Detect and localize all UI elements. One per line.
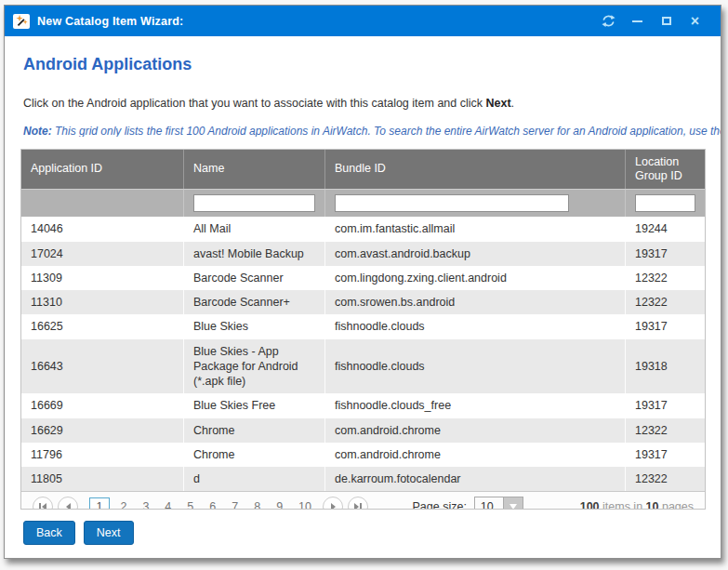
page-size-label: Page size: [412,500,466,510]
page-size-value: 10 [475,497,503,510]
summary-end: pages [658,500,694,510]
pager-pages: 12345678910 [86,497,319,510]
table-cell: 12322 [626,290,705,314]
table-cell: 12322 [626,266,705,290]
page-title: Android Applications [23,55,702,74]
table-row[interactable]: 11309Barcode Scannercom.lingdong.zxing.c… [21,266,705,290]
chevron-down-icon[interactable] [503,497,523,510]
table-cell: 14046 [21,217,184,241]
wizard-dialog: New Catalog Item Wizard: × Android Appli… [4,5,721,559]
refresh-icon[interactable] [594,9,623,33]
page-number-6[interactable]: 6 [204,498,221,510]
page-number-8[interactable]: 8 [248,498,266,510]
table-cell: com.avast.android.backup [325,242,626,266]
page-number-5[interactable]: 5 [181,498,199,510]
grid-body: 14046All Mailcom.im.fantastic.allmail192… [21,217,705,491]
table-cell: Barcode Scanner+ [184,290,325,314]
last-page-button[interactable] [348,497,368,510]
table-row[interactable]: 11796Chromecom.android.chrome19317 [21,443,705,467]
grid-header-row: Application ID Name Bundle ID Location G… [21,150,705,189]
table-cell: Chrome [184,443,325,467]
grid-filter-row [21,189,705,217]
table-cell: All Mail [184,217,325,241]
page-size-control: Page size: 10 [412,497,523,510]
table-row[interactable]: 16629Chromecom.android.chrome12322 [21,418,705,443]
table-cell: d [184,467,325,491]
table-cell: 19317 [626,393,705,418]
table-cell: 17024 [21,242,184,266]
table-cell: 16643 [21,339,184,394]
table-row[interactable]: 11805dde.karroum.fotocalendar12322 [21,467,705,491]
wizard-footer: Back Next [23,521,706,545]
table-cell: Chrome [184,418,325,443]
table-cell: fishnoodle.clouds [325,314,626,338]
table-row[interactable]: 11310Barcode Scanner+com.srowen.bs.andro… [21,290,705,314]
page-number-10[interactable]: 10 [293,498,317,510]
table-cell: 19317 [626,314,705,338]
next-page-button[interactable] [323,497,343,510]
table-cell: fishnoodle.clouds [325,339,626,394]
table-cell: 19317 [626,242,705,266]
note-label: Note: [23,125,52,137]
table-row[interactable]: 16625Blue Skiesfishnoodle.clouds19317 [21,314,705,338]
table-row[interactable]: 14046All Mailcom.im.fantastic.allmail192… [21,217,705,241]
back-button[interactable]: Back [23,521,75,545]
table-cell: com.android.chrome [325,418,626,443]
table-cell: 12322 [626,467,705,491]
note-text: Note: This grid only lists the first 100… [23,125,721,137]
table-cell: Blue Skies Free [184,393,325,418]
column-header-application-id[interactable]: Application ID [21,150,184,189]
page-number-9[interactable]: 9 [271,498,288,510]
summary-mid: items in [600,500,646,510]
table-cell: 19244 [626,217,705,241]
close-icon[interactable]: × [681,9,709,33]
pager-summary: 100 items in 10 pages [580,500,694,510]
table-cell: Barcode Scanner [184,266,325,290]
dialog-body: Android Applications Click on the Androi… [5,36,721,558]
note-body: This grid only lists the first 100 Andro… [52,125,721,137]
page-number-1[interactable]: 1 [89,497,111,510]
table-cell: 16629 [21,418,184,443]
table-cell: fishnoodle.clouds_free [325,393,626,418]
filter-cell-application-id [21,189,184,217]
bundle-id-filter-input[interactable] [335,194,569,212]
table-cell: 11310 [21,290,184,314]
previous-page-button[interactable] [58,497,78,510]
table-cell: com.android.chrome [325,443,626,467]
table-row[interactable]: 16643Blue Skies - App Package for Androi… [21,339,705,394]
page-number-7[interactable]: 7 [226,498,244,510]
table-cell: 19318 [626,339,705,394]
filter-cell-name [184,189,325,217]
page-number-3[interactable]: 3 [137,498,154,510]
filter-cell-location-group-id [626,189,705,217]
next-button[interactable]: Next [84,521,134,545]
table-cell: com.im.fantastic.allmail [325,217,626,241]
minimize-icon[interactable] [623,9,652,33]
table-cell: 11805 [21,467,184,491]
table-cell: com.srowen.bs.android [325,290,626,314]
column-header-location-group-id[interactable]: Location Group ID [626,150,705,189]
table-cell: avast! Mobile Backup [184,242,325,266]
filter-cell-bundle-id [325,189,626,217]
page-size-dropdown[interactable]: 10 [474,497,523,510]
table-cell: com.lingdong.zxing.client.android [325,266,626,290]
location-group-id-filter-input[interactable] [635,194,695,212]
table-cell: Blue Skies [184,314,325,338]
table-cell: 16625 [21,314,184,338]
titlebar: New Catalog Item Wizard: × [5,6,721,36]
first-page-button[interactable] [33,497,53,510]
page-number-2[interactable]: 2 [114,498,132,510]
table-row[interactable]: 16669Blue Skies Freefishnoodle.clouds_fr… [21,393,705,418]
column-header-bundle-id[interactable]: Bundle ID [325,150,626,189]
table-cell: 11796 [21,443,184,467]
page-number-4[interactable]: 4 [159,498,177,510]
pages-count: 10 [646,500,659,510]
maximize-icon[interactable] [652,9,681,33]
instruction-bold: Next [486,97,511,110]
table-row[interactable]: 17024avast! Mobile Backupcom.avast.andro… [21,242,705,266]
pager-bar: 12345678910 Page size: 10 100 items in 1… [21,491,705,510]
name-filter-input[interactable] [193,194,315,212]
column-header-name[interactable]: Name [184,150,325,189]
instruction-end: . [511,97,514,110]
table-cell: 11309 [21,266,184,290]
